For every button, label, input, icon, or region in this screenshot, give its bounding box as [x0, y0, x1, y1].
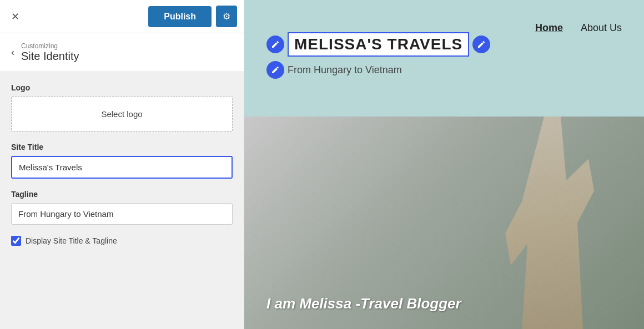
- nav-home-link[interactable]: Home: [535, 22, 563, 34]
- section-title: Site Identity: [21, 50, 79, 63]
- top-bar: ✕ Publish ⚙: [0, 0, 244, 33]
- site-identity-block: MELISSA'S TRAVELS From Hungary to Vietna…: [266, 32, 490, 79]
- section-header: ‹ Customizing Site Identity: [0, 33, 244, 72]
- tagline-preview-wrap: From Hungary to Vietnam: [266, 61, 490, 79]
- site-title-preview: MELISSA'S TRAVELS: [288, 32, 469, 57]
- site-title-edit-icon[interactable]: [266, 36, 284, 53]
- customizing-label: Customizing: [21, 42, 79, 50]
- preview-hero-area: I am Melissa -Travel Blogger: [244, 117, 644, 329]
- form-area: Logo Select logo Site Title Tagline Disp…: [0, 72, 244, 329]
- hand-image: [500, 117, 611, 329]
- close-button[interactable]: ✕: [7, 8, 24, 25]
- site-title-preview-wrap: MELISSA'S TRAVELS: [266, 32, 490, 57]
- site-title-field-group: Site Title: [11, 143, 233, 179]
- display-title-checkbox-row: Display Site Title & Tagline: [11, 236, 233, 246]
- tagline-edit-icon[interactable]: [266, 61, 284, 79]
- nav-about-link[interactable]: About Us: [581, 22, 622, 34]
- nav-links: Home About Us: [535, 22, 622, 34]
- pencil-icon: [271, 40, 280, 49]
- pencil-icon-tagline: [271, 65, 280, 74]
- section-header-text: Customizing Site Identity: [21, 42, 79, 63]
- back-button[interactable]: ‹: [11, 47, 14, 58]
- gear-button[interactable]: ⚙: [216, 6, 237, 27]
- logo-field-group: Logo Select logo: [11, 83, 233, 131]
- hero-text: I am Melissa -Travel Blogger: [266, 295, 461, 312]
- display-title-label: Display Site Title & Tagline: [26, 236, 117, 245]
- customizer-panel: ✕ Publish ⚙ ‹ Customizing Site Identity …: [0, 0, 244, 329]
- select-logo-button[interactable]: Select logo: [11, 97, 233, 131]
- site-preview: MELISSA'S TRAVELS From Hungary to Vietna…: [244, 0, 644, 329]
- pencil-icon-right: [477, 40, 486, 49]
- tagline-input[interactable]: [11, 203, 233, 225]
- display-title-checkbox[interactable]: [11, 236, 21, 246]
- publish-button[interactable]: Publish: [148, 6, 212, 27]
- logo-label: Logo: [11, 83, 233, 92]
- tagline-preview: From Hungary to Vietnam: [288, 64, 402, 76]
- preview-header: MELISSA'S TRAVELS From Hungary to Vietna…: [244, 0, 644, 117]
- site-title-label: Site Title: [11, 143, 233, 151]
- site-title-input[interactable]: [11, 156, 233, 179]
- tagline-label: Tagline: [11, 190, 233, 199]
- tagline-field-group: Tagline: [11, 190, 233, 225]
- site-title-edit-icon-right[interactable]: [472, 36, 490, 53]
